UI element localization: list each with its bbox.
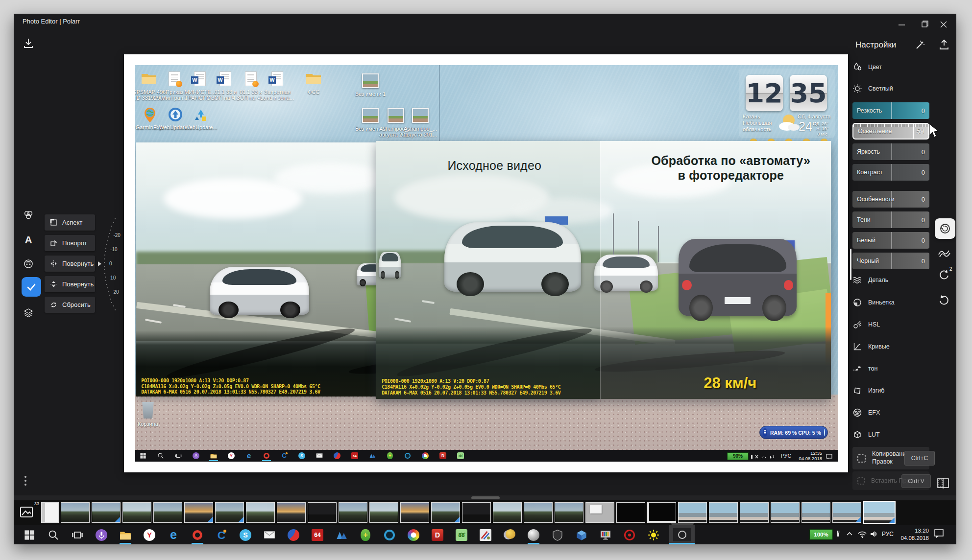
slider-dehaze-active[interactable]: Осветление 59 [852, 123, 929, 140]
filmstrip-thumbnail[interactable] [616, 502, 645, 523]
desktop-icon[interactable] [142, 107, 158, 123]
adjust-tool-button-active[interactable] [22, 277, 41, 297]
filmstrip-thumbnail[interactable] [802, 502, 830, 523]
panel-scrollbar[interactable] [850, 249, 851, 280]
search-button[interactable] [47, 529, 60, 541]
desktop-icon[interactable] [243, 71, 259, 86]
start-button[interactable] [23, 529, 36, 541]
canvas-scroll-pill[interactable] [471, 496, 500, 499]
active-lens-app-button[interactable] [669, 525, 695, 544]
tray-chevron-icon[interactable] [846, 531, 853, 539]
filmstrip-thumbnail[interactable] [92, 502, 121, 523]
desktop-icon[interactable] [141, 71, 157, 85]
mediaget-icon[interactable]: + [359, 529, 372, 541]
rotate-button[interactable]: Поворот [45, 235, 95, 251]
comodo-browser-icon[interactable]: C [215, 529, 228, 541]
antivirus-icon[interactable] [623, 529, 636, 541]
ccleaner-icon[interactable] [287, 529, 300, 541]
maximize-button[interactable] [917, 20, 931, 29]
filmstrip-thumbnail[interactable] [555, 502, 583, 523]
filmstrip-thumbnail-selected[interactable] [863, 501, 896, 524]
desktop-icon[interactable] [166, 71, 183, 86]
camera-app-icon[interactable] [383, 529, 396, 541]
filmstrip-thumbnail[interactable] [771, 502, 800, 523]
text-tool-icon[interactable]: A [23, 234, 34, 246]
panel-item-lut[interactable]: LUT [852, 427, 930, 442]
filmstrip-thumbnail[interactable] [431, 502, 460, 523]
clock-tray[interactable]: 13:20 04.08.2018 [899, 527, 929, 542]
auto-enhance-wand-button[interactable] [914, 39, 926, 53]
filmstrip-thumbnail[interactable] [41, 502, 59, 523]
media-library-icon[interactable] [599, 529, 612, 541]
slider-whites[interactable]: Белый 0 [852, 232, 929, 249]
compare-before-after-button[interactable] [935, 218, 955, 239]
wifi-icon[interactable] [857, 530, 867, 540]
desktop-icon[interactable] [362, 73, 379, 88]
desktop-icon[interactable]: W [192, 71, 208, 86]
cube-app-icon[interactable] [575, 529, 588, 541]
voice-recorder-icon[interactable] [95, 529, 108, 541]
filmstrip-thumbnail[interactable] [308, 502, 337, 523]
filmstrip-thumbnail[interactable] [339, 502, 367, 523]
photo-library-button[interactable] [20, 505, 33, 521]
torrent-icon[interactable] [335, 529, 348, 541]
filmstrip-thumbnail[interactable] [400, 502, 429, 523]
filmstrip-thumbnail[interactable] [215, 502, 244, 523]
task-view-button[interactable] [71, 529, 84, 541]
filmstrip-thumbnail[interactable] [184, 502, 213, 523]
panel-item-curves[interactable]: Кривые [852, 339, 930, 354]
desktop-icon[interactable]: W [217, 71, 234, 86]
photo-sphere-app-icon[interactable] [527, 529, 540, 541]
layers-tool-icon[interactable] [23, 307, 34, 319]
player-app-icon[interactable]: D [431, 529, 444, 541]
filmstrip-thumbnail[interactable] [585, 502, 614, 523]
download-button[interactable] [23, 37, 34, 51]
panel-item-tone[interactable]: тон [852, 361, 930, 376]
slider-blacks[interactable]: Черный 0 [852, 253, 929, 269]
minimize-button[interactable] [895, 20, 908, 29]
desktop-icon[interactable] [412, 108, 429, 123]
filters-tool-icon[interactable] [23, 209, 34, 221]
filmstrip-thumbnail[interactable] [647, 502, 676, 523]
flip-horizontal-button[interactable]: Повернуть [45, 256, 95, 272]
yandex-browser-icon[interactable]: Y [143, 529, 156, 541]
action-center-icon[interactable] [934, 529, 945, 540]
opera-icon[interactable] [191, 529, 204, 541]
panel-item-hsl[interactable]: HSL [852, 317, 930, 332]
disk-utility-icon[interactable] [503, 529, 516, 541]
filmstrip-thumbnail[interactable] [369, 502, 398, 523]
waves-adjust-icon[interactable] [937, 247, 951, 260]
slider-shadows[interactable]: Тени 0 [852, 211, 929, 228]
redo-history-button[interactable]: 2 [937, 268, 951, 285]
desktop-icon[interactable] [362, 108, 379, 123]
filmstrip-thumbnail[interactable] [832, 502, 861, 523]
filmstrip-thumbnail[interactable] [122, 502, 151, 523]
panel-item-color[interactable]: Цвет [852, 60, 930, 74]
more-options-button[interactable] [24, 474, 26, 488]
slider-sharpness[interactable]: Резкость 0 [852, 102, 929, 119]
desktop-icon[interactable] [388, 108, 404, 123]
close-button[interactable] [937, 20, 950, 29]
filmstrip-thumbnail[interactable] [524, 502, 553, 523]
slider-highlights[interactable]: Особенности 0 [852, 191, 929, 208]
desktop-icon[interactable] [167, 107, 184, 122]
filmstrip-thumbnail[interactable] [277, 502, 306, 523]
desktop-icon[interactable]: W [269, 71, 286, 86]
filmstrip-thumbnail[interactable] [61, 502, 90, 523]
export-button[interactable] [938, 38, 950, 53]
language-indicator[interactable]: РУС [882, 531, 894, 537]
battery-indicator[interactable]: 100% [809, 529, 833, 540]
edge-icon[interactable]: e [167, 529, 180, 541]
desktop-icon[interactable] [193, 107, 209, 122]
wot-game-icon[interactable] [551, 529, 564, 541]
file-explorer-icon[interactable] [119, 529, 132, 541]
filmstrip-thumbnail[interactable] [678, 502, 707, 523]
skype-icon[interactable]: S [239, 529, 252, 541]
sun-app-icon[interactable] [647, 529, 660, 541]
panel-item-light[interactable]: Светлый [852, 81, 930, 96]
desktop-icon[interactable] [305, 71, 322, 85]
paint-app-icon[interactable] [479, 529, 492, 541]
filmstrip-thumbnail[interactable] [246, 502, 275, 523]
filmstrip-thumbnail[interactable] [709, 502, 738, 523]
filmstrip-thumbnail[interactable] [462, 502, 491, 523]
